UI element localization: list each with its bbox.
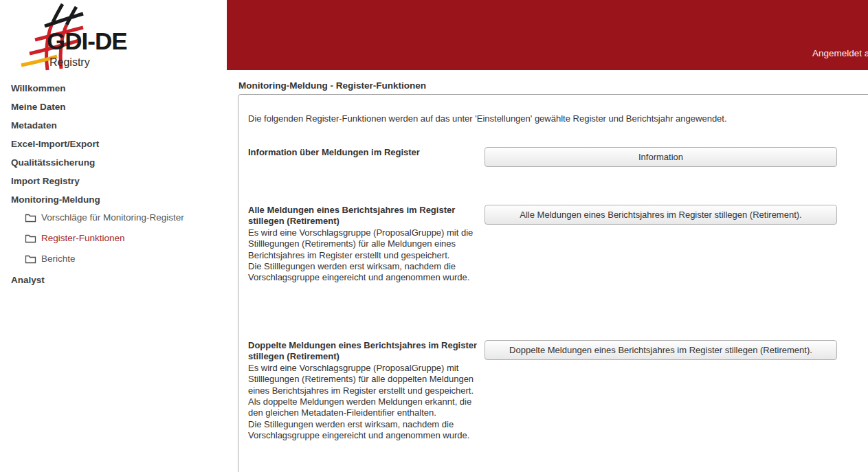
sidebar-item-label: Berichte bbox=[41, 254, 76, 264]
sidebar-item-metadaten[interactable]: Metadaten bbox=[11, 120, 57, 131]
intro-text: Die folgenden Register-Funktionen werden… bbox=[248, 113, 853, 124]
sidebar: GDI-DE Registry Willkommen Meine Daten M… bbox=[0, 0, 227, 472]
folder-icon bbox=[25, 213, 36, 223]
sidebar-item-berichte[interactable]: Berichte bbox=[25, 254, 76, 264]
sidebar-item-label: Register-Funktionen bbox=[41, 233, 125, 243]
section-heading: Alle Meldungen eines Berichtsjahres im R… bbox=[248, 205, 486, 227]
section-heading: Information über Meldungen im Register bbox=[248, 147, 486, 158]
page: GDI-DE Registry Willkommen Meine Daten M… bbox=[0, 0, 868, 472]
sidebar-item-vorschlaege-monitoring-register[interactable]: Vorschläge für Monitoring-Register bbox=[25, 212, 184, 223]
sidebar-item-willkommen[interactable]: Willkommen bbox=[11, 83, 65, 93]
logo-subtitle: Registry bbox=[49, 56, 90, 69]
sidebar-item-import-registry[interactable]: Import Registry bbox=[11, 176, 80, 186]
logged-in-text: Angemeldet a bbox=[812, 48, 868, 58]
content-panel: Die folgenden Register-Funktionen werden… bbox=[238, 94, 868, 472]
sidebar-item-register-funktionen[interactable]: Register-Funktionen bbox=[25, 233, 125, 243]
sidebar-item-monitoring-meldung[interactable]: Monitoring-Meldung bbox=[11, 194, 100, 205]
sidebar-item-qualitaetssicherung[interactable]: Qualitätssicherung bbox=[11, 157, 95, 168]
logo-title: GDI-DE bbox=[47, 27, 127, 55]
folder-icon bbox=[25, 234, 36, 243]
information-button[interactable]: Information bbox=[485, 147, 837, 167]
retire-all-button[interactable]: Alle Meldungen eines Berichtsjahres im R… bbox=[485, 205, 837, 225]
section-description: Die Stilllegungen werden erst wirksam, n… bbox=[248, 261, 486, 284]
section-description: Es wird eine Vorschlagsgruppe (ProposalG… bbox=[248, 227, 486, 261]
sidebar-item-label: Vorschläge für Monitoring-Register bbox=[41, 212, 184, 223]
sidebar-item-analyst[interactable]: Analyst bbox=[11, 275, 45, 285]
sidebar-item-excel-import-export[interactable]: Excel-Import/Export bbox=[11, 139, 99, 149]
section-description: Es wird eine Vorschlagsgruppe (ProposalG… bbox=[248, 363, 486, 419]
page-title: Monitoring-Meldung - Register-Funktionen bbox=[238, 80, 426, 91]
retire-duplicates-button[interactable]: Doppelte Meldungen eines Berichtsjahres … bbox=[485, 340, 837, 360]
sidebar-item-meine-daten[interactable]: Meine Daten bbox=[11, 102, 66, 112]
section-description: Die Stillegungen werden erst wirksam, na… bbox=[248, 419, 486, 442]
gdi-de-logo[interactable]: GDI-DE Registry bbox=[0, 0, 158, 76]
section-heading: Doppelte Meldungen eines Berichtsjahres … bbox=[248, 340, 486, 363]
folder-icon bbox=[25, 254, 36, 264]
header-bar: Angemeldet a bbox=[227, 0, 868, 70]
